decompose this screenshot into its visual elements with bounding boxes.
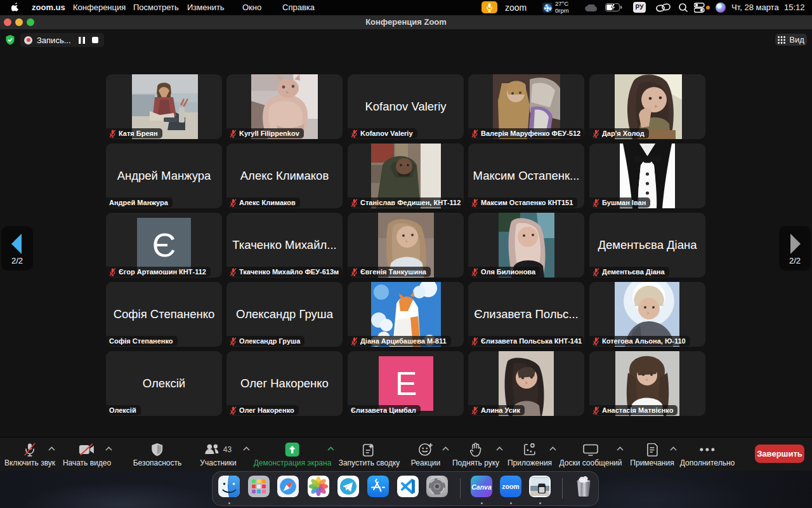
svg-text:zoom: zoom	[502, 483, 519, 490]
svg-text:Canva: Canva	[471, 483, 492, 491]
